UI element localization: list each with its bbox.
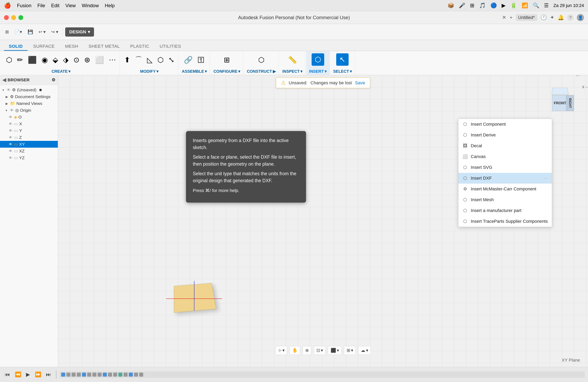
assemble-rigid-btn[interactable]: ⚿ bbox=[196, 54, 207, 65]
timeline-marker-3[interactable] bbox=[77, 373, 81, 377]
clock-icon[interactable]: 🕐 bbox=[540, 14, 547, 20]
visibility-X-icon[interactable]: 👁 bbox=[9, 122, 12, 126]
timeline-forward-btn[interactable]: ⏩ bbox=[33, 371, 43, 378]
wifi-icon[interactable]: 📶 bbox=[522, 2, 528, 9]
notification-icon[interactable]: ☰ bbox=[544, 2, 549, 9]
menu-insert-svg[interactable]: ⬡ Insert SVG bbox=[458, 162, 552, 173]
zoom-fit-btn[interactable]: ⊡ ▾ bbox=[314, 346, 326, 355]
create-hole-btn[interactable]: ⊙ bbox=[71, 54, 81, 65]
music-icon[interactable]: 🎵 bbox=[479, 2, 486, 9]
tab-sheet-metal[interactable]: SHEET METAL bbox=[84, 42, 125, 51]
record-icon[interactable]: ⏺ bbox=[39, 88, 42, 92]
timeline-marker-1[interactable] bbox=[66, 373, 70, 377]
display-settings-btn[interactable]: ⬛ ▾ bbox=[328, 346, 342, 355]
window-close-icon[interactable]: ✕ bbox=[502, 14, 506, 20]
create-new-component-btn[interactable]: ⬡ bbox=[4, 54, 14, 65]
timeline-marker-14[interactable] bbox=[134, 373, 138, 377]
create-thread-btn[interactable]: ⊛ bbox=[82, 54, 92, 65]
select-main-btn[interactable]: ↖ bbox=[336, 53, 349, 66]
nav-mode-btn[interactable]: ⊹ ▾ bbox=[275, 346, 287, 355]
timeline-marker-8[interactable] bbox=[103, 373, 107, 377]
inspect-dropdown[interactable]: INSPECT ▾ bbox=[281, 68, 304, 75]
insert-main-btn[interactable]: ⬡ bbox=[312, 53, 324, 66]
user-avatar[interactable]: 👤 bbox=[577, 14, 584, 21]
star-icon[interactable]: ✦ bbox=[550, 14, 554, 20]
bell-icon[interactable]: 🔔 bbox=[558, 14, 564, 20]
view-cube-right[interactable]: RIGHT bbox=[566, 95, 574, 111]
maximize-button[interactable] bbox=[18, 15, 23, 20]
timeline-track[interactable] bbox=[60, 371, 585, 378]
tree-item-XY[interactable]: 👁 ▭ XY bbox=[0, 141, 58, 148]
menu-edit[interactable]: Edit bbox=[51, 3, 59, 8]
timeline-marker-0[interactable] bbox=[61, 373, 65, 377]
tree-item-unsaved[interactable]: ▾ 👁 ⚙ (Unsaved) ⏺ bbox=[0, 87, 58, 93]
battery-icon[interactable]: 🔋 bbox=[510, 2, 517, 9]
inspect-measure-btn[interactable]: 📏 bbox=[286, 54, 299, 65]
menu-insert-component[interactable]: ⬡ Insert Component bbox=[458, 119, 552, 130]
menu-insert-dxf[interactable]: ⬡ Insert DXF ⋯ bbox=[458, 173, 552, 184]
menu-file[interactable]: File bbox=[37, 3, 45, 8]
timeline-back-btn[interactable]: ⏪ bbox=[13, 371, 23, 378]
save-changes-btn[interactable]: Save bbox=[355, 80, 365, 86]
browser-collapse-btn[interactable]: ◀ bbox=[2, 77, 6, 83]
visibility-XZ-icon[interactable]: 👁 bbox=[9, 149, 12, 153]
create-extrude-btn[interactable]: ⬛ bbox=[26, 54, 39, 65]
timeline-marker-6[interactable] bbox=[92, 373, 96, 377]
grid-icon[interactable]: ⊞ bbox=[470, 2, 474, 9]
visibility-O-icon[interactable]: 👁 bbox=[9, 115, 12, 119]
select-dropdown[interactable]: SELECT ▾ bbox=[332, 68, 353, 75]
timeline-marker-10[interactable] bbox=[113, 373, 117, 377]
modify-chamfer-btn[interactable]: ◺ bbox=[145, 54, 155, 65]
timeline-marker-2[interactable] bbox=[72, 373, 76, 377]
construct-dropdown[interactable]: CONSTRUCT ▶ bbox=[246, 68, 277, 75]
tab-utilities[interactable]: UTILITIES bbox=[155, 42, 186, 51]
timeline-marker-4[interactable] bbox=[82, 373, 86, 377]
tree-item-named-views[interactable]: ▶ 📁 Named Views bbox=[0, 100, 58, 107]
menu-insert-derive[interactable]: ⬡ Insert Derive bbox=[458, 130, 552, 140]
bluetooth-icon[interactable]: 🔵 bbox=[490, 2, 497, 9]
modify-press-pull-btn[interactable]: ⬆ bbox=[122, 54, 132, 65]
help-icon[interactable]: ? bbox=[567, 14, 574, 21]
apple-menu[interactable]: 🍎 bbox=[4, 2, 11, 9]
play-icon[interactable]: ▶ bbox=[502, 2, 505, 9]
tree-item-O[interactable]: 👁 ◈ O bbox=[0, 114, 58, 120]
tree-item-Y[interactable]: 👁 ▭ Y bbox=[0, 127, 58, 134]
tree-item-Z[interactable]: 👁 ▭ Z bbox=[0, 134, 58, 141]
redo-btn[interactable]: ↪ ▾ bbox=[49, 28, 60, 36]
visibility-origin-icon[interactable]: 👁 bbox=[10, 108, 14, 113]
menu-decal[interactable]: 🖼 Decal bbox=[458, 140, 552, 151]
view-cube-front[interactable]: FRONT bbox=[552, 95, 568, 111]
timeline-play-btn[interactable]: ▶ bbox=[24, 371, 32, 378]
modify-shell-btn[interactable]: ⬡ bbox=[155, 54, 166, 65]
configure-param-btn[interactable]: ⊞ bbox=[222, 54, 232, 65]
design-workspace-btn[interactable]: DESIGN ▾ bbox=[65, 27, 94, 37]
tab-mesh[interactable]: MESH bbox=[60, 42, 83, 51]
new-tab-icon[interactable]: + bbox=[510, 14, 513, 20]
environment-btn[interactable]: ☁ ▾ bbox=[358, 346, 371, 355]
timeline-marker-11[interactable] bbox=[118, 373, 122, 377]
configure-dropdown[interactable]: CONFIGURE ▾ bbox=[212, 68, 241, 75]
undo-btn[interactable]: ↩ ▾ bbox=[37, 28, 48, 36]
tab-solid[interactable]: SOLID bbox=[4, 42, 28, 51]
modify-dropdown[interactable]: MODIFY ▾ bbox=[139, 68, 160, 75]
timeline-rewind-btn[interactable]: ⏮ bbox=[3, 371, 12, 378]
tab-plastic[interactable]: PLASTIC bbox=[126, 42, 154, 51]
save-btn[interactable]: 💾 bbox=[26, 28, 35, 36]
create-more-btn[interactable]: ⋯ bbox=[107, 54, 118, 65]
timeline-marker-5[interactable] bbox=[87, 373, 91, 377]
menu-insert-mcmaster[interactable]: ⚙ Insert McMaster-Carr Component bbox=[458, 184, 552, 194]
menu-view[interactable]: View bbox=[65, 3, 76, 8]
tree-item-doc-settings[interactable]: ▶ ⚙ Document Settings bbox=[0, 93, 58, 100]
tree-item-X[interactable]: 👁 ▭ X bbox=[0, 120, 58, 127]
zoom-in-btn[interactable]: ⊕ bbox=[303, 346, 311, 355]
menu-insert-traceparts[interactable]: ⬡ Insert TraceParts Supplier Components bbox=[458, 216, 552, 227]
menu-fusion[interactable]: Fusion bbox=[17, 3, 31, 8]
menu-insert-manufacturer[interactable]: ⬡ Insert a manufacturer part bbox=[458, 205, 552, 216]
visibility-Z-icon[interactable]: 👁 bbox=[9, 135, 12, 140]
menu-window[interactable]: Window bbox=[82, 3, 99, 8]
modify-scale-btn[interactable]: ⤡ bbox=[167, 54, 176, 65]
pan-btn[interactable]: ✋ bbox=[290, 346, 300, 355]
microphone-icon[interactable]: 🎤 bbox=[459, 2, 465, 9]
grid-view-btn[interactable]: ⊞ bbox=[3, 28, 11, 36]
minimize-button[interactable] bbox=[11, 15, 16, 20]
